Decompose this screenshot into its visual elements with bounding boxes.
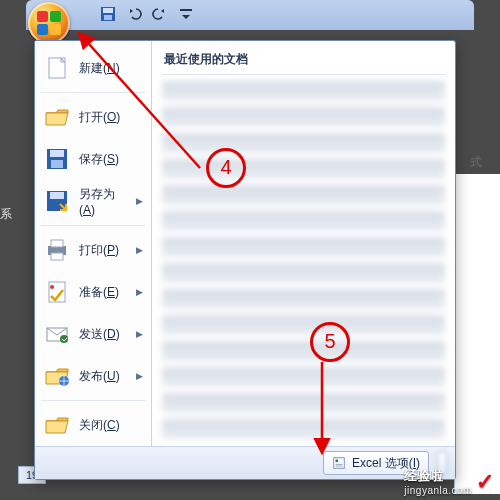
menu-item-label: 新建(N) <box>79 60 120 77</box>
svg-rect-19 <box>335 460 338 463</box>
recent-document[interactable] <box>162 81 445 101</box>
menu-item-label: 发送(D) <box>79 326 120 343</box>
annotation-step-4: 4 <box>206 148 246 188</box>
submenu-arrow-icon: ▶ <box>136 329 143 339</box>
open-icon <box>43 103 71 131</box>
annotation-step-5: 5 <box>310 322 350 362</box>
recent-documents-title: 最近使用的文档 <box>162 49 445 75</box>
qat-save-icon[interactable] <box>100 6 116 25</box>
recent-document[interactable] <box>162 393 445 413</box>
menu-item-label: 另存为(A) <box>79 186 128 217</box>
qat-customize-icon[interactable] <box>178 6 194 25</box>
recent-document[interactable] <box>162 237 445 257</box>
recent-documents-panel: 最近使用的文档 <box>152 41 455 447</box>
menu-item-label: 保存(S) <box>79 151 119 168</box>
svg-point-16 <box>60 335 68 343</box>
menu-item-label: 发布(U) <box>79 368 120 385</box>
watermark-domain: jingyanla.com <box>404 485 472 496</box>
options-icon <box>332 456 346 470</box>
quick-access-toolbar <box>100 6 194 25</box>
check-icon: ✓ <box>476 469 494 495</box>
menu-item-save[interactable]: 保存(S) <box>35 138 151 180</box>
recent-document[interactable] <box>162 263 445 283</box>
svg-rect-21 <box>335 466 342 467</box>
recent-document[interactable] <box>162 211 445 231</box>
watermark: 经验啦 jingyanla.com ✓ <box>404 467 494 496</box>
recent-document[interactable] <box>162 289 445 309</box>
svg-point-14 <box>50 285 54 289</box>
svg-rect-3 <box>180 9 192 11</box>
prepare-icon <box>43 278 71 306</box>
recent-document[interactable] <box>162 159 445 179</box>
watermark-name: 经验啦 <box>404 467 472 485</box>
qat-redo-icon[interactable] <box>152 6 168 25</box>
svg-rect-2 <box>104 15 112 20</box>
svg-rect-1 <box>103 8 113 13</box>
svg-rect-7 <box>51 160 63 168</box>
svg-rect-11 <box>51 240 63 247</box>
svg-rect-9 <box>50 192 64 199</box>
recent-document[interactable] <box>162 367 445 387</box>
office-logo-icon <box>37 11 61 35</box>
menu-item-label: 打印(P) <box>79 242 119 259</box>
publish-icon <box>43 362 71 390</box>
menu-item-prepare[interactable]: 准备(E)▶ <box>35 271 151 313</box>
svg-rect-12 <box>51 253 63 260</box>
title-bar <box>26 0 474 30</box>
menu-item-label: 打开(O) <box>79 109 120 126</box>
menu-item-print[interactable]: 打印(P)▶ <box>35 229 151 271</box>
menu-item-publish[interactable]: 发布(U)▶ <box>35 355 151 397</box>
recent-documents-list <box>162 81 445 439</box>
menu-item-send[interactable]: 发送(D)▶ <box>35 313 151 355</box>
svg-rect-18 <box>334 458 345 469</box>
office-menu-footer: Excel 选项(I) <box>35 446 455 479</box>
qat-undo-icon[interactable] <box>126 6 142 25</box>
menu-item-new[interactable]: 新建(N) <box>35 47 151 89</box>
menu-item-label: 关闭(C) <box>79 417 120 434</box>
office-menu-commands: 新建(N)打开(O)保存(S)另存为(A)▶打印(P)▶准备(E)▶发送(D)▶… <box>35 41 152 447</box>
recent-document[interactable] <box>162 341 445 361</box>
print-icon <box>43 236 71 264</box>
recent-document[interactable] <box>162 185 445 205</box>
menu-item-saveas[interactable]: 另存为(A)▶ <box>35 180 151 222</box>
menu-separator <box>41 225 145 226</box>
recent-document[interactable] <box>162 419 445 439</box>
saveas-icon <box>43 187 71 215</box>
close-icon <box>43 411 71 439</box>
office-button[interactable] <box>28 2 70 44</box>
menu-item-label: 准备(E) <box>79 284 119 301</box>
save-icon <box>43 145 71 173</box>
spreadsheet-area <box>454 174 500 494</box>
menu-item-open[interactable]: 打开(O) <box>35 96 151 138</box>
menu-separator <box>41 400 145 401</box>
send-icon <box>43 320 71 348</box>
submenu-arrow-icon: ▶ <box>136 196 143 206</box>
svg-rect-20 <box>335 464 342 465</box>
menu-separator <box>41 92 145 93</box>
submenu-arrow-icon: ▶ <box>136 245 143 255</box>
background-text-left: 系 <box>0 206 12 223</box>
new-icon <box>43 54 71 82</box>
svg-rect-6 <box>50 150 64 157</box>
submenu-arrow-icon: ▶ <box>136 287 143 297</box>
recent-document[interactable] <box>162 133 445 153</box>
recent-document[interactable] <box>162 315 445 335</box>
office-menu: 新建(N)打开(O)保存(S)另存为(A)▶打印(P)▶准备(E)▶发送(D)▶… <box>34 40 456 480</box>
menu-item-close[interactable]: 关闭(C) <box>35 404 151 446</box>
submenu-arrow-icon: ▶ <box>136 371 143 381</box>
recent-document[interactable] <box>162 107 445 127</box>
